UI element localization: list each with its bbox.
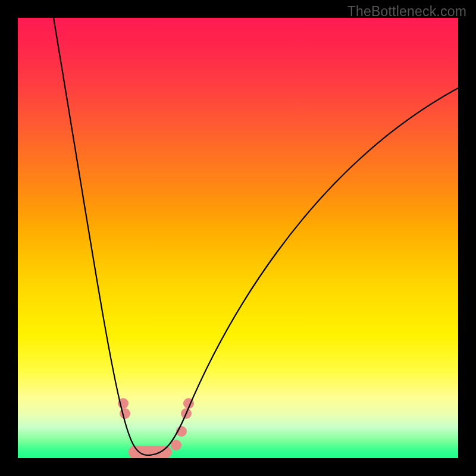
watermark-text: TheBottleneck.com <box>347 4 466 20</box>
plot-area <box>18 18 458 458</box>
marker-group <box>118 398 194 458</box>
marker-dot <box>161 447 172 458</box>
bottleneck-curve <box>54 18 458 455</box>
chart-frame: TheBottleneck.com <box>0 0 476 476</box>
chart-svg <box>18 18 458 458</box>
